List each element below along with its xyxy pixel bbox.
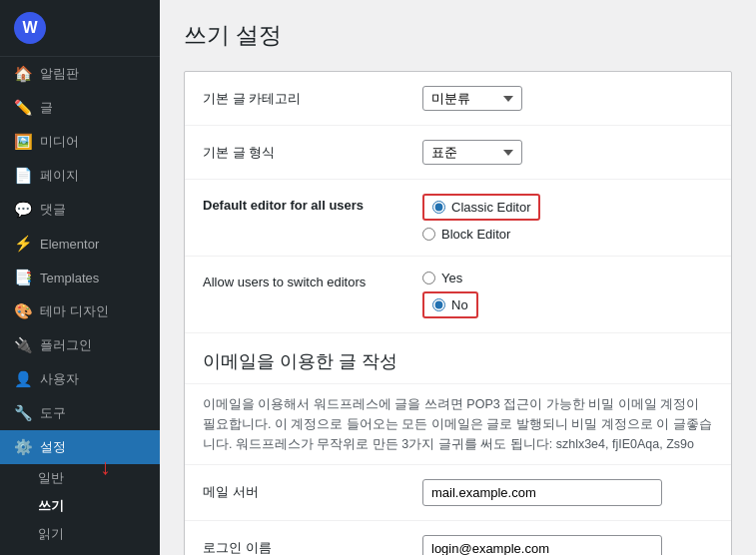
radio-block-editor[interactable]: Block Editor	[422, 227, 713, 242]
posts-icon: ✏️	[14, 99, 32, 117]
comments-icon: 💬	[14, 201, 32, 219]
sidebar-item-dashboard[interactable]: 🏠 알림판	[0, 57, 160, 91]
sidebar-item-media[interactable]: 🖼️ 미디어	[0, 125, 160, 159]
sidebar-item-comments-label: 댓글	[40, 201, 66, 219]
email-section-heading: 이메일을 이용한 글 작성	[185, 333, 731, 384]
row-mail-server: 메일 서버	[185, 465, 731, 521]
plugins-icon: 🔌	[14, 336, 32, 354]
label-default-editor: Default editor for all users	[203, 194, 422, 213]
row-default-editor: Default editor for all users Classic Edi…	[185, 180, 731, 257]
control-mail-server	[422, 479, 713, 506]
sidebar-item-plugins-label: 플러그인	[40, 336, 92, 354]
radio-classic-label: Classic Editor	[451, 200, 530, 215]
page-title: 쓰기 설정	[184, 20, 732, 51]
templates-icon: 📑	[14, 269, 32, 286]
sidebar-item-tools[interactable]: 🔧 도구	[0, 396, 160, 430]
radio-classic-input[interactable]	[432, 201, 445, 214]
sidebar-item-pages-label: 페이지	[40, 167, 79, 185]
row-default-category: 기본 글 카테고리 미분류	[185, 72, 731, 126]
sidebar-sub-reading[interactable]: 읽기	[0, 520, 160, 548]
sidebar-item-posts-label: 글	[40, 99, 53, 117]
wp-logo: W	[14, 12, 46, 44]
settings-submenu: ↓ 일반 쓰기 읽기 토론	[0, 464, 160, 555]
row-default-format: 기본 글 형식 표준	[185, 126, 731, 180]
control-default-format: 표준	[422, 140, 713, 165]
sidebar: W 🏠 알림판 ✏️ 글 🖼️ 미디어 📄 페이지 💬 댓글 ⚡ Element…	[0, 0, 160, 555]
settings-form: 기본 글 카테고리 미분류 기본 글 형식 표준 Default editor …	[184, 71, 732, 555]
sidebar-item-users-label: 사용자	[40, 370, 79, 388]
sidebar-item-settings[interactable]: ⚙️ 설정	[0, 430, 160, 464]
radio-block-input[interactable]	[422, 228, 435, 241]
sidebar-sub-discussion[interactable]: 토론	[0, 548, 160, 555]
row-allow-switch: Allow users to switch editors Yes No	[185, 257, 731, 333]
radio-no-input[interactable]	[432, 298, 445, 311]
sidebar-item-templates[interactable]: 📑 Templates	[0, 261, 160, 294]
sidebar-item-templates-label: Templates	[40, 271, 99, 285]
sidebar-logo: W	[0, 0, 160, 57]
sidebar-item-elementor-label: Elementor	[40, 237, 99, 252]
control-default-editor: Classic Editor Block Editor	[422, 194, 713, 242]
elementor-icon: ⚡	[14, 235, 32, 253]
sidebar-item-elementor[interactable]: ⚡ Elementor	[0, 227, 160, 261]
radio-group-editor: Classic Editor Block Editor	[422, 194, 713, 242]
theme-icon: 🎨	[14, 302, 32, 320]
radio-no-label: No	[451, 297, 468, 312]
sidebar-item-dashboard-label: 알림판	[40, 65, 79, 83]
radio-group-switch: Yes No	[422, 271, 713, 318]
label-login-id: 로그인 이름	[203, 535, 422, 555]
radio-classic-editor[interactable]: Classic Editor	[422, 194, 713, 221]
select-default-category[interactable]: 미분류	[422, 86, 522, 111]
main-content: 쓰기 설정 기본 글 카테고리 미분류 기본 글 형식 표준 Default e…	[160, 0, 756, 555]
select-default-format[interactable]: 표준	[422, 140, 522, 165]
sidebar-item-users[interactable]: 👤 사용자	[0, 362, 160, 396]
radio-yes-input[interactable]	[422, 272, 435, 284]
sidebar-sub-writing[interactable]: 쓰기	[0, 492, 160, 520]
label-mail-server: 메일 서버	[203, 479, 422, 501]
dashboard-icon: 🏠	[14, 65, 32, 83]
radio-block-label: Block Editor	[441, 227, 510, 242]
sidebar-sub-general[interactable]: 일반	[0, 464, 160, 492]
label-default-format: 기본 글 형식	[203, 140, 422, 162]
row-login-id: 로그인 이름	[185, 521, 731, 555]
control-default-category: 미분류	[422, 86, 713, 111]
sidebar-item-settings-label: 설정	[40, 438, 66, 456]
sidebar-item-theme[interactable]: 🎨 테마 디자인	[0, 294, 160, 328]
label-default-category: 기본 글 카테고리	[203, 86, 422, 108]
media-icon: 🖼️	[14, 133, 32, 151]
sidebar-item-plugins[interactable]: 🔌 플러그인	[0, 328, 160, 362]
radio-yes-label: Yes	[441, 271, 462, 285]
radio-switch-yes[interactable]: Yes	[422, 271, 713, 285]
pages-icon: 📄	[14, 167, 32, 185]
sidebar-item-comments[interactable]: 💬 댓글	[0, 193, 160, 227]
email-section-desc: 이메일을 이용해서 워드프레스에 글을 쓰려면 POP3 접근이 가능한 비밀 …	[185, 384, 731, 465]
sidebar-item-pages[interactable]: 📄 페이지	[0, 159, 160, 193]
input-mail-server[interactable]	[422, 479, 662, 506]
sidebar-item-posts[interactable]: ✏️ 글	[0, 91, 160, 125]
tools-icon: 🔧	[14, 404, 32, 422]
control-login-id	[422, 535, 713, 555]
sidebar-item-tools-label: 도구	[40, 404, 66, 422]
input-login-id[interactable]	[422, 535, 662, 555]
radio-no-highlight: No	[422, 291, 478, 318]
settings-icon: ⚙️	[14, 438, 32, 456]
control-allow-switch: Yes No	[422, 271, 713, 318]
radio-classic-highlight: Classic Editor	[422, 194, 540, 221]
sidebar-item-media-label: 미디어	[40, 133, 79, 151]
users-icon: 👤	[14, 370, 32, 388]
label-allow-switch: Allow users to switch editors	[203, 271, 422, 289]
radio-switch-no[interactable]: No	[422, 291, 713, 318]
sidebar-item-theme-label: 테마 디자인	[40, 302, 109, 320]
